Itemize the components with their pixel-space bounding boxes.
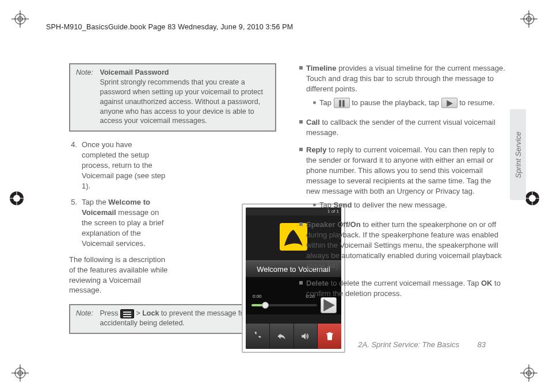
footer-section: 2A. Sprint Service: The Basics bbox=[358, 340, 459, 349]
crop-target-right-icon bbox=[524, 190, 541, 207]
page-number: 83 bbox=[478, 340, 486, 349]
page: SPH-M910_BasicsGuide.book Page 83 Wednes… bbox=[0, 0, 549, 392]
subbullet-icon bbox=[313, 101, 316, 104]
phone-reply-button[interactable] bbox=[270, 324, 294, 349]
phone-call-button[interactable] bbox=[246, 324, 270, 349]
step-text: Once you have completed the setup proces… bbox=[82, 140, 168, 191]
pdf-header: SPH-M910_BasicsGuide.book Page 83 Wednes… bbox=[46, 23, 293, 31]
trash-icon bbox=[325, 331, 335, 341]
bullet-timeline: Timeline provides a visual timeline for … bbox=[299, 63, 505, 110]
svg-rect-25 bbox=[342, 100, 345, 107]
bullet-icon bbox=[299, 120, 303, 124]
step-number: 5. bbox=[69, 197, 77, 249]
right-column: Timeline provides a visual timeline for … bbox=[299, 63, 505, 305]
bullet-call: Call to callback the sender of the curre… bbox=[299, 117, 505, 138]
reply-icon bbox=[276, 331, 287, 341]
section-tab: Sprint Service bbox=[510, 109, 526, 200]
crop-target-left-icon bbox=[8, 190, 25, 207]
phone-icon bbox=[252, 331, 262, 341]
bullet-reply: Reply to reply to current voicemail. You… bbox=[299, 145, 505, 213]
step-4: 4. Once you have completed the setup pro… bbox=[69, 140, 276, 191]
svg-rect-24 bbox=[339, 100, 341, 107]
bullet-speaker: Speaker Off/On to either turn the speake… bbox=[299, 220, 505, 271]
registration-mark-bottom-left-icon bbox=[12, 364, 29, 382]
note-voicemail-password: Note: Voicemail Password Sprint strongly… bbox=[69, 63, 276, 132]
registration-mark-top-left-icon bbox=[12, 10, 29, 28]
bullet-delete: Delete to delete the current voicemail m… bbox=[299, 278, 505, 299]
bullet-icon bbox=[299, 222, 303, 226]
step-text: Tap the Welcome to Voicemail message on … bbox=[82, 197, 168, 249]
left-column: Note: Voicemail Password Sprint strongly… bbox=[69, 63, 276, 334]
note-title: Voicemail Password bbox=[100, 68, 169, 76]
play-icon bbox=[441, 98, 458, 108]
note-body: Sprint strongly recommends that you crea… bbox=[100, 78, 262, 125]
menu-icon bbox=[120, 309, 134, 318]
sub-bullet-timeline: Tap to pause the playback, tap to resume… bbox=[313, 98, 505, 109]
bullet-icon bbox=[299, 66, 303, 70]
step-number: 4. bbox=[69, 140, 77, 191]
pause-icon bbox=[334, 98, 350, 108]
subbullet-icon bbox=[313, 203, 316, 206]
note-label: Note: bbox=[76, 68, 98, 78]
speaker-icon bbox=[300, 331, 311, 341]
phone-bottom-bar bbox=[246, 324, 341, 349]
page-footer: 2A. Sprint Service: The Basics 83 bbox=[358, 340, 486, 349]
registration-mark-top-right-icon bbox=[520, 10, 537, 28]
phone-speaker-button[interactable] bbox=[294, 324, 318, 349]
bullet-icon bbox=[299, 281, 303, 285]
note-label: Note: bbox=[76, 309, 98, 318]
interlude-text: The following is a description of the fe… bbox=[69, 255, 173, 296]
phone-delete-button[interactable] bbox=[318, 324, 341, 349]
phone-time-start: 0:00 bbox=[253, 293, 262, 299]
registration-mark-bottom-right-icon bbox=[520, 364, 537, 382]
bullet-icon bbox=[299, 148, 303, 151]
sub-bullet-reply: Tap Send to deliver the new message. bbox=[313, 200, 505, 210]
section-tab-label: Sprint Service bbox=[514, 132, 523, 178]
